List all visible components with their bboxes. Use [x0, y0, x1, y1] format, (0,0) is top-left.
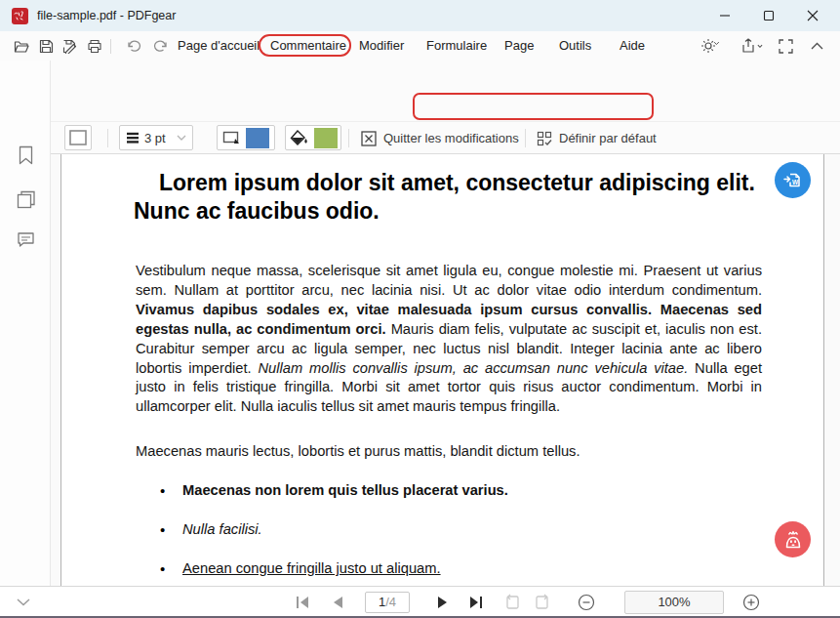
line-width-dropdown[interactable]: 3 pt: [119, 125, 193, 150]
last-page-button[interactable]: [462, 587, 490, 617]
print-icon[interactable]: [84, 36, 105, 56]
open-file-icon[interactable]: [11, 36, 32, 56]
theme-icon[interactable]: [699, 36, 728, 56]
menubar-separator: [110, 39, 111, 54]
zoom-in-button[interactable]: [739, 587, 764, 617]
exit-x-icon: [361, 131, 377, 146]
fullscreen-icon[interactable]: [775, 36, 796, 56]
undo-icon[interactable]: [123, 36, 144, 56]
save-icon[interactable]: [35, 36, 57, 56]
shape-preview-button[interactable]: [64, 125, 92, 150]
menubar: Page d'accueil Commentaire Modifier Form…: [0, 31, 840, 61]
pdf-page: Lorem ipsum dolor sit amet, consectetur …: [60, 154, 824, 586]
pdf-to-word-icon: W: [782, 170, 804, 191]
menu-commentaire[interactable]: Commentaire: [270, 31, 346, 61]
properties-bar: 3 pt Quitter les modifications Définir p…: [51, 122, 840, 154]
pdf-paragraph-1: Vestibulum neque massa, scelerisque sit …: [136, 262, 762, 417]
window-title: file-sample.pdf - PDFgear: [37, 9, 176, 22]
fill-color-swatch: [314, 128, 338, 148]
document-viewport[interactable]: Lorem ipsum dolor sit amet, consectetur …: [51, 154, 840, 586]
fill-color-button[interactable]: [285, 125, 341, 150]
propsbar-separator: [107, 129, 108, 147]
next-page-button[interactable]: [431, 587, 455, 617]
menu-modifier[interactable]: Modifier: [359, 31, 404, 61]
rotate-left-icon[interactable]: [500, 587, 525, 617]
border-color-button[interactable]: [217, 125, 275, 150]
save-as-icon[interactable]: [60, 36, 81, 56]
border-color-icon: [222, 130, 241, 145]
set-default-button[interactable]: Définir par défaut: [537, 122, 657, 154]
previous-page-button[interactable]: [326, 587, 349, 617]
rotate-right-icon[interactable]: [529, 587, 554, 617]
menu-aide[interactable]: Aide: [620, 31, 645, 61]
pdf-bullet-list: Maecenas non lorem quis tellus placerat …: [61, 482, 823, 576]
menu-outils[interactable]: Outils: [559, 31, 591, 61]
titlebar: file-sample.pdf - PDFgear: [0, 0, 840, 31]
chevron-down-icon: [177, 135, 186, 141]
robot-crown-icon: [782, 529, 804, 551]
pdf-paragraph-2: Maecenas mauris lectus, lobortis et puru…: [136, 442, 762, 462]
propsbar-separator: [348, 129, 349, 147]
svg-text:W: W: [792, 178, 799, 185]
first-page-button[interactable]: [289, 587, 316, 617]
line-width-value: 3 pt: [144, 131, 166, 145]
page-thumbnails-icon[interactable]: [14, 187, 37, 211]
ai-assistant-button[interactable]: [775, 521, 811, 557]
redo-icon[interactable]: [150, 36, 172, 56]
menu-formulaire[interactable]: Formulaire: [426, 31, 487, 61]
close-button[interactable]: [790, 0, 834, 31]
menu-page-accueil[interactable]: Page d'accueil: [178, 31, 260, 61]
convert-to-word-button[interactable]: W: [775, 162, 811, 198]
fill-color-icon: [290, 130, 309, 146]
set-default-icon: [537, 131, 552, 146]
exit-edits-button[interactable]: Quitter les modifications: [361, 122, 519, 154]
list-item: Aenean congue fringilla justo ut aliquam…: [182, 560, 762, 576]
pdf-heading: Lorem ipsum dolor sit amet, consectetur …: [134, 169, 763, 225]
minimize-button[interactable]: [702, 0, 746, 31]
page-number-input[interactable]: 1/4: [365, 587, 410, 617]
collapse-ribbon-icon[interactable]: [806, 36, 827, 56]
left-sidebar-rail: [0, 61, 51, 586]
border-color-swatch: [246, 128, 269, 148]
statusbar: 1/4 100%: [0, 586, 840, 618]
propsbar-separator: [525, 129, 526, 147]
zoom-out-button[interactable]: [574, 587, 599, 617]
comments-panel-icon[interactable]: [14, 227, 37, 251]
zoom-level-input[interactable]: 100%: [624, 587, 724, 617]
annotation-toolbar: Aa Mettre en surbrilla... Aa Souligner A…: [0, 61, 840, 122]
collapse-sidebar-icon[interactable]: [12, 587, 35, 617]
line-width-icon: [126, 132, 140, 144]
share-icon[interactable]: [739, 36, 768, 56]
bookmarks-panel-icon[interactable]: [14, 144, 37, 167]
menu-page[interactable]: Page: [504, 31, 534, 61]
list-item: Maecenas non lorem quis tellus placerat …: [182, 482, 762, 498]
pdfgear-window: file-sample.pdf - PDFgear P: [0, 0, 840, 618]
list-item: Nulla facilisi.: [182, 521, 762, 537]
maximize-button[interactable]: [746, 0, 790, 31]
pdfgear-logo-icon: [12, 8, 28, 24]
